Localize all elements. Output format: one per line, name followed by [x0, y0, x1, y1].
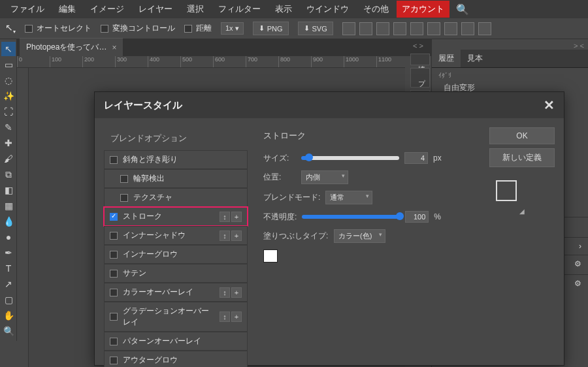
menu-filter[interactable]: フィルター	[212, 1, 267, 18]
reorder-icon[interactable]: ↕	[220, 212, 230, 222]
crop-tool[interactable]: ⛶	[1, 104, 16, 119]
reorder-icon[interactable]: ↕	[220, 231, 230, 241]
collapse-left-icon[interactable]: < >	[413, 42, 423, 50]
eraser-tool[interactable]: ◧	[1, 183, 16, 197]
align-top-icon[interactable]	[393, 22, 406, 35]
style-item-10[interactable]: アウターグロウ	[104, 351, 248, 367]
style-item-8[interactable]: グラデーションオーバーレイ↕+	[104, 302, 248, 332]
blend-options-header[interactable]: ブレンドオプション	[104, 127, 248, 150]
pen-tool[interactable]: ✒	[1, 246, 16, 260]
mini-tab-properties[interactable]: プ	[410, 68, 430, 88]
opacity-slider[interactable]	[302, 215, 400, 219]
clone-tool[interactable]: ⧉	[1, 167, 16, 182]
hand-tool[interactable]: ✋	[1, 308, 16, 323]
heal-tool[interactable]: ✚	[1, 136, 16, 150]
style-checkbox[interactable]	[110, 338, 118, 345]
align-center-icon[interactable]	[359, 22, 372, 35]
add-icon[interactable]: +	[231, 231, 242, 241]
dodge-tool[interactable]: ●	[1, 230, 16, 244]
align-left-icon[interactable]	[342, 22, 355, 35]
menu-account[interactable]: アカウント	[397, 1, 449, 18]
move-tool[interactable]: ↖	[1, 42, 16, 56]
blur-tool[interactable]: 💧	[1, 214, 16, 229]
style-reorder-buttons: ↕+	[220, 311, 242, 322]
align-middle-icon[interactable]	[410, 22, 423, 35]
style-label: カラーオーバーレイ	[123, 287, 214, 298]
transform-controls-checkbox[interactable]: 変換コントロール	[101, 23, 175, 34]
style-checkbox[interactable]	[120, 175, 128, 183]
style-item-6[interactable]: サテン	[104, 264, 248, 283]
align-bottom-icon[interactable]	[427, 22, 440, 35]
shape-tool[interactable]: ▢	[1, 293, 16, 307]
style-checkbox[interactable]	[110, 270, 118, 278]
style-checkbox[interactable]	[110, 357, 118, 364]
tab-history[interactable]: 履歴	[432, 50, 461, 67]
menu-layer[interactable]: レイヤー	[132, 1, 179, 18]
align-right-icon[interactable]	[376, 22, 389, 35]
preview-corner-icon: ◢	[519, 208, 555, 215]
style-checkbox[interactable]	[110, 213, 118, 221]
add-icon[interactable]: +	[231, 311, 242, 322]
tab-swatches[interactable]: 見本	[461, 50, 489, 67]
scale-select[interactable]: 1x ▾	[221, 22, 244, 35]
menu-view[interactable]: 表示	[269, 1, 299, 18]
menu-window[interactable]: ウインドウ	[300, 1, 355, 18]
menu-other[interactable]: その他	[357, 1, 395, 18]
export-png-button[interactable]: ⬇ PNG	[253, 22, 289, 35]
distribute-v-icon[interactable]	[461, 22, 474, 35]
style-checkbox[interactable]	[110, 251, 118, 259]
style-item-0[interactable]: 斜角と浮き彫り	[104, 150, 248, 169]
style-item-7[interactable]: カラーオーバーレイ↕+	[104, 283, 248, 302]
size-input[interactable]	[404, 152, 428, 164]
dialog-titlebar[interactable]: レイヤースタイル ✕	[95, 92, 564, 118]
style-item-3[interactable]: ストローク↕+	[104, 207, 248, 226]
style-item-9[interactable]: パターンオーバーレイ	[104, 332, 248, 351]
mini-tab-info[interactable]: 情	[410, 54, 430, 65]
distribute-h-icon[interactable]	[444, 22, 457, 35]
menu-select[interactable]: 選択	[180, 1, 210, 18]
size-slider[interactable]	[301, 156, 399, 160]
filltype-select[interactable]: カラー(色)	[334, 229, 385, 243]
style-item-1[interactable]: 輪郭検出	[104, 169, 248, 188]
style-item-4[interactable]: インナーシャドウ↕+	[104, 226, 248, 245]
marquee-tool[interactable]: ▭	[1, 57, 16, 72]
style-checkbox[interactable]	[110, 232, 118, 240]
document-tab[interactable]: Photopeaを使ってバ… ×	[20, 38, 123, 56]
add-icon[interactable]: +	[231, 212, 242, 222]
text-tool[interactable]: T	[1, 261, 16, 276]
opacity-input[interactable]	[405, 211, 429, 223]
path-tool[interactable]: ↗	[1, 277, 16, 291]
style-checkbox[interactable]	[110, 289, 118, 296]
dialog-close-icon[interactable]: ✕	[544, 97, 555, 113]
menu-file[interactable]: ファイル	[4, 1, 51, 18]
add-icon[interactable]: +	[231, 287, 242, 298]
export-svg-button[interactable]: ⬇ SVG	[298, 22, 333, 35]
preview-swatch[interactable]	[496, 180, 517, 201]
new-style-button[interactable]: 新しい定義	[489, 148, 555, 167]
fill-color-swatch[interactable]	[263, 249, 278, 263]
gradient-tool[interactable]: ▦	[1, 199, 16, 213]
autoselect-checkbox[interactable]: オートセレクト	[25, 23, 91, 34]
style-checkbox[interactable]	[110, 313, 118, 321]
menu-image[interactable]: イメージ	[84, 1, 131, 18]
menu-edit[interactable]: 編集	[52, 1, 82, 18]
distance-checkbox[interactable]: 距離	[184, 23, 212, 34]
style-item-2[interactable]: テクスチャ	[104, 188, 248, 207]
style-item-5[interactable]: インナーグロウ	[104, 245, 248, 264]
reorder-icon[interactable]: ↕	[220, 311, 230, 322]
search-icon[interactable]: 🔍	[451, 1, 474, 18]
style-checkbox[interactable]	[110, 156, 118, 164]
collapse-right-icon[interactable]: > <	[574, 42, 584, 50]
reorder-icon[interactable]: ↕	[220, 287, 230, 298]
brush-tool[interactable]: 🖌	[1, 152, 16, 166]
zoom-tool[interactable]: 🔍	[1, 324, 16, 338]
close-tab-icon[interactable]: ×	[112, 43, 116, 52]
position-select[interactable]: 内側	[301, 170, 348, 184]
ok-button[interactable]: OK	[489, 127, 555, 144]
style-checkbox[interactable]	[120, 194, 128, 202]
wand-tool[interactable]: ✨	[1, 89, 16, 103]
more-align-icon[interactable]	[478, 22, 491, 35]
eyedropper-tool[interactable]: ✎	[1, 120, 16, 135]
lasso-tool[interactable]: ◌	[1, 73, 16, 88]
blend-select[interactable]: 通常	[325, 191, 372, 204]
